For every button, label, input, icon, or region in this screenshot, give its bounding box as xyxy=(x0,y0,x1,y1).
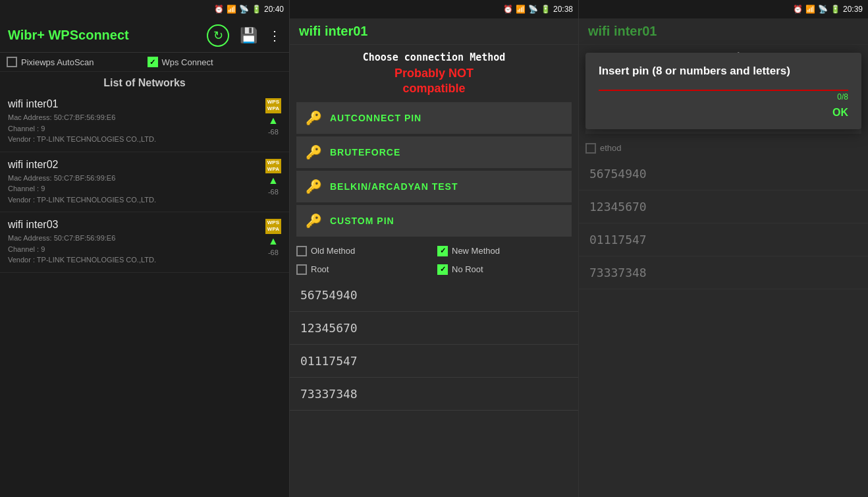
autoscan-option[interactable]: Pixiewps AutoScan xyxy=(7,57,142,67)
bruteforce-label: BRUTEFORCE xyxy=(330,147,400,158)
list-item[interactable]: wifi inter02 Mac Address: 50:C7:BF:56:99… xyxy=(0,152,289,213)
root-option[interactable]: Root xyxy=(296,264,431,275)
panel3-checkbox-option: ethod xyxy=(585,143,861,154)
pin-item[interactable]: 12345670 xyxy=(290,312,578,345)
panel3-header: wifi inter01 xyxy=(579,18,868,45)
signal-2: -68 xyxy=(268,188,279,196)
old-method-option[interactable]: Old Method xyxy=(296,246,431,256)
network-name-1: wifi inter01 xyxy=(8,98,156,110)
panel3-method-label: ethod xyxy=(600,143,622,153)
no-root-label: No Root xyxy=(452,264,483,274)
wifi-icon-3s: 📶 xyxy=(805,5,815,14)
status-time-1: 20:40 xyxy=(264,5,284,14)
more-icon[interactable]: ⋮ xyxy=(268,28,281,44)
pin-list-3: 56754940 12345670 01117547 73337348 xyxy=(579,158,868,497)
method-buttons: 🔑 AUTCONNECT PIN 🔑 BRUTEFORCE 🔑 BELKIN/A… xyxy=(290,97,578,242)
wifi-icon-1: ▲ xyxy=(268,115,279,127)
refresh-icon[interactable]: ↻ xyxy=(207,24,229,47)
no-root-checkbox[interactable] xyxy=(437,264,448,275)
panel3-checkbox xyxy=(585,143,596,154)
pin-list-2: 56754940 12345670 01117547 73337348 xyxy=(290,279,578,497)
probably-not-line2-2: compatible xyxy=(402,82,465,95)
pin-item-p3: 73337348 xyxy=(579,256,868,289)
network-ch-2: Channel : 9 xyxy=(8,183,156,194)
wps-option[interactable]: Wps Connect xyxy=(148,57,283,67)
dialog-ok-button[interactable]: OK xyxy=(599,107,848,119)
signal-1: -68 xyxy=(268,128,279,136)
network-list: wifi inter01 Mac Address: 50:C7:BF:56:99… xyxy=(0,92,289,497)
wps-badge-1: WPSWPA xyxy=(265,98,281,113)
alarm-icon-2: ⏰ xyxy=(503,5,513,14)
old-method-label: Old Method xyxy=(311,246,355,256)
network-ch-3: Channel : 9 xyxy=(8,244,156,255)
dialog-title: Insert pin (8 or numbers and letters) xyxy=(599,63,848,79)
network-badges-3: WPSWPA ▲ -68 xyxy=(265,219,281,256)
panel-insert-pin: ⏰ 📶 📡 🔋 20:39 wifi inter01 Choose connec… xyxy=(579,0,868,497)
probably-not-2: Probably NOT compatible xyxy=(290,66,578,97)
options-row-1: Old Method New Method xyxy=(290,242,578,260)
pin-input-area[interactable]: 0/8 xyxy=(599,90,848,102)
root-checkbox[interactable] xyxy=(296,264,307,275)
checkbox-row: Pixiewps AutoScan Wps Connect xyxy=(0,53,289,72)
signal-icon: 📡 xyxy=(239,5,249,14)
key-icon-2: 🔑 xyxy=(306,144,322,160)
network-mac-2: Mac Address: 50:C7:BF:56:99:E6 xyxy=(8,173,156,184)
panel3-options: ethod xyxy=(579,139,868,158)
custom-pin-button[interactable]: 🔑 CUSTOM PIN xyxy=(296,205,572,237)
status-time-2: 20:38 xyxy=(553,5,573,14)
wifi-icon-2: ▲ xyxy=(268,175,279,187)
wps-badge-3: WPSWPA xyxy=(265,219,281,234)
new-method-checkbox[interactable] xyxy=(437,246,448,256)
connection-method-title: Choose connection Method xyxy=(290,45,578,66)
old-method-checkbox[interactable] xyxy=(296,246,307,256)
list-item[interactable]: wifi inter03 Mac Address: 50:C7:BF:56:99… xyxy=(0,212,289,273)
pin-item[interactable]: 01117547 xyxy=(290,345,578,378)
new-method-option[interactable]: New Method xyxy=(437,246,572,256)
network-ch-1: Channel : 9 xyxy=(8,123,156,134)
no-root-option[interactable]: No Root xyxy=(437,264,572,275)
network-mac-1: Mac Address: 50:C7:BF:56:99:E6 xyxy=(8,112,156,123)
belkin-button[interactable]: 🔑 BELKIN/ARCADYAN TEST xyxy=(296,171,572,202)
panel-network-list: ⏰ 📶 📡 🔋 20:40 Wibr+ WPSconnect ↻ 💾 ⋮ Pix… xyxy=(0,0,290,497)
network-info-1: wifi inter01 Mac Address: 50:C7:BF:56:99… xyxy=(8,98,156,145)
network-name-2: wifi inter02 xyxy=(8,159,156,171)
pin-item-p3: 12345670 xyxy=(579,190,868,223)
root-label: Root xyxy=(311,264,329,274)
alarm-icon: ⏰ xyxy=(214,5,224,14)
panel-connection-method: ⏰ 📶 📡 🔋 20:38 wifi inter01 Choose connec… xyxy=(290,0,579,497)
wps-checkbox[interactable] xyxy=(148,57,158,67)
pin-item[interactable]: 73337348 xyxy=(290,378,578,411)
network-info-2: wifi inter02 Mac Address: 50:C7:BF:56:99… xyxy=(8,159,156,206)
network-vendor-3: Vendor : TP-LINK TECHNOLOGIES CO.,LTD. xyxy=(8,254,156,266)
options-row-2: Root No Root xyxy=(290,260,578,279)
autconnect-pin-label: AUTCONNECT PIN xyxy=(330,113,421,123)
autoscan-checkbox[interactable] xyxy=(7,57,17,67)
network-vendor-1: Vendor : TP-LINK TECHNOLOGIES CO.,LTD. xyxy=(8,134,156,145)
signal-icon-3: 📡 xyxy=(818,5,828,14)
header-icons: ↻ 💾 ⋮ xyxy=(207,24,281,47)
belkin-label: BELKIN/ARCADYAN TEST xyxy=(330,181,458,192)
network-vendor-2: Vendor : TP-LINK TECHNOLOGIES CO.,LTD. xyxy=(8,194,156,206)
signal-icon-2: 📡 xyxy=(528,5,538,14)
battery-icon-3: 🔋 xyxy=(830,5,840,14)
network-mac-3: Mac Address: 50:C7:BF:56:99:E6 xyxy=(8,233,156,244)
wifi-status-icon: 📶 xyxy=(227,5,236,14)
probably-not-line1-2: Probably NOT xyxy=(394,67,474,80)
list-item[interactable]: wifi inter01 Mac Address: 50:C7:BF:56:99… xyxy=(0,92,289,152)
bruteforce-button[interactable]: 🔑 BRUTEFORCE xyxy=(296,136,572,168)
network-badges-2: WPSWPA ▲ -68 xyxy=(265,159,281,196)
app-header: Wibr+ WPSconnect ↻ 💾 ⋮ xyxy=(0,18,289,53)
save-icon[interactable]: 💾 xyxy=(240,27,258,44)
wifi-icon-2s: 📶 xyxy=(516,5,526,14)
network-badges-1: WPSWPA ▲ -68 xyxy=(265,98,281,136)
autoscan-label: Pixiewps AutoScan xyxy=(21,57,94,67)
status-bar-2: ⏰ 📶 📡 🔋 20:38 xyxy=(290,0,578,18)
panel3-wifi-name: wifi inter01 xyxy=(588,24,859,39)
autconnect-pin-button[interactable]: 🔑 AUTCONNECT PIN xyxy=(296,102,572,134)
status-bar-3: ⏰ 📶 📡 🔋 20:39 xyxy=(579,0,868,18)
battery-icon: 🔋 xyxy=(252,5,261,14)
pin-item[interactable]: 56754940 xyxy=(290,279,578,312)
pin-item-p3: 56754940 xyxy=(579,158,868,190)
network-info-3: wifi inter03 Mac Address: 50:C7:BF:56:99… xyxy=(8,219,156,266)
wps-label: Wps Connect xyxy=(162,57,213,67)
